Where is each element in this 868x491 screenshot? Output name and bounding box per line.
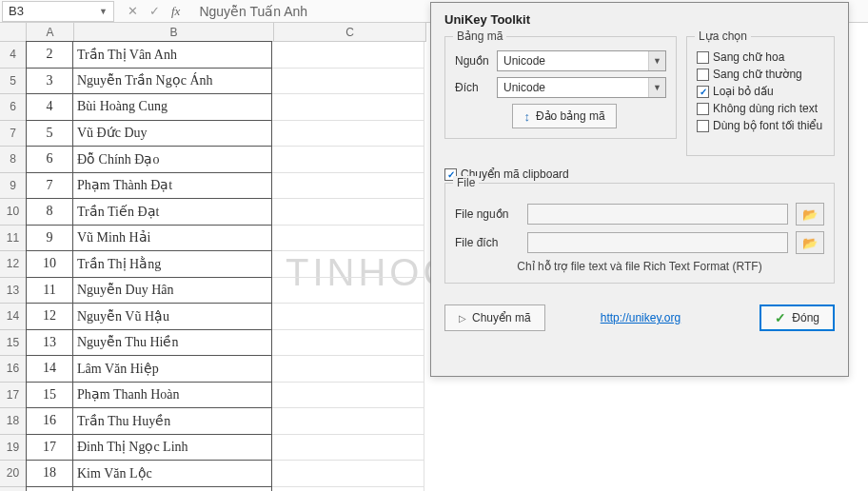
file-dest-browse[interactable]: 📂 (796, 231, 824, 254)
column-headers: A B C (27, 23, 426, 42)
row-header[interactable]: 15 (0, 330, 27, 357)
row-header[interactable]: 9 (0, 173, 27, 200)
cell[interactable] (272, 383, 424, 409)
cell[interactable]: Vũ Đức Duy (72, 120, 272, 147)
cell[interactable]: 12 (26, 303, 73, 330)
unikey-link[interactable]: http://unikey.org (601, 311, 681, 324)
cell[interactable]: 18 (26, 460, 73, 487)
cell[interactable] (272, 147, 424, 173)
cell[interactable]: Phạm Thế Lương (72, 486, 272, 492)
table-row: 11Nguyễn Duy Hân (27, 278, 424, 304)
cell[interactable]: 6 (26, 146, 73, 173)
cell[interactable] (272, 330, 424, 357)
remove-marks-checkbox[interactable] (697, 86, 709, 98)
cell[interactable]: Phạm Thanh Hoàn (72, 382, 272, 409)
cancel-icon[interactable]: ✕ (128, 4, 138, 19)
row-header[interactable]: 16 (0, 356, 27, 383)
cell[interactable]: Trần Thị Hằng (72, 250, 272, 278)
cell[interactable]: Trần Thu Huyền (72, 407, 272, 435)
no-richtext-checkbox[interactable] (697, 103, 709, 115)
cell[interactable]: 4 (26, 93, 73, 121)
cell[interactable]: 7 (26, 172, 73, 200)
cell[interactable] (272, 69, 424, 95)
row-header[interactable]: 10 (0, 199, 27, 226)
cell[interactable] (272, 356, 424, 383)
dest-encoding-select[interactable]: Unicode ▼ (497, 77, 666, 98)
uppercase-checkbox[interactable] (697, 51, 709, 64)
cell[interactable] (272, 42, 424, 69)
cell[interactable]: Trần Tiến Đạt (72, 198, 272, 226)
close-button[interactable]: ✓ Đóng (760, 304, 835, 331)
cell[interactable] (272, 461, 424, 487)
file-source-browse[interactable]: 📂 (796, 203, 824, 226)
cell[interactable]: 11 (26, 277, 73, 304)
swap-encoding-button[interactable]: ↕ Đảo bảng mã (512, 104, 617, 128)
name-box[interactable]: B3 ▼ (2, 1, 114, 22)
cell[interactable] (272, 226, 424, 252)
swap-icon: ↕ (523, 109, 530, 124)
cell[interactable]: 3 (26, 68, 73, 95)
row-header[interactable]: 6 (0, 94, 27, 121)
cell[interactable]: 5 (26, 120, 73, 147)
formula-content[interactable]: Nguyễn Tuấn Anh (193, 4, 307, 19)
cell[interactable]: 16 (26, 407, 73, 435)
row-header[interactable]: 11 (0, 226, 27, 252)
cell[interactable]: Nguyễn Vũ Hậu (72, 303, 272, 330)
row-header[interactable]: 18 (0, 408, 27, 435)
cell[interactable]: 14 (26, 355, 73, 383)
row-header[interactable]: 21 (0, 487, 27, 492)
lowercase-checkbox[interactable] (697, 69, 709, 81)
cell[interactable]: Nguyễn Thu Hiền (72, 329, 272, 357)
cell[interactable] (272, 121, 424, 147)
row-header[interactable]: 8 (0, 147, 27, 173)
dest-label: Đích (455, 81, 497, 94)
row-header[interactable]: 13 (0, 278, 27, 304)
row-header[interactable]: 19 (0, 435, 27, 462)
minfont-checkbox[interactable] (697, 120, 709, 132)
cell[interactable]: Kim Văn Lộc (72, 460, 272, 487)
cell[interactable]: Đỗ Chính Đạo (72, 146, 272, 173)
cell[interactable]: 10 (26, 250, 73, 278)
row-header[interactable]: 20 (0, 461, 27, 487)
cell[interactable]: 19 (26, 486, 73, 492)
cell[interactable] (272, 487, 424, 492)
cell[interactable]: Bùi Hoàng Cung (72, 93, 272, 121)
cell[interactable]: Phạm Thành Đạt (72, 172, 272, 200)
cell[interactable]: Nguyễn Trần Ngọc Ánh (72, 68, 272, 95)
cell[interactable]: 17 (26, 434, 73, 462)
col-header-a[interactable]: A (27, 23, 74, 42)
row-header[interactable]: 17 (0, 383, 27, 409)
cell[interactable]: 15 (26, 382, 73, 409)
cell[interactable]: Lâm Văn Hiệp (72, 355, 272, 383)
cell[interactable]: 2 (26, 41, 73, 69)
cell[interactable] (272, 304, 424, 330)
cell[interactable] (272, 173, 424, 200)
cell[interactable] (272, 278, 424, 304)
cell[interactable] (272, 199, 424, 226)
select-all-corner[interactable] (0, 23, 27, 42)
cell[interactable]: Nguyễn Duy Hân (72, 277, 272, 304)
confirm-icon[interactable]: ✓ (149, 4, 160, 19)
convert-button[interactable]: ▷ Chuyển mã (444, 304, 545, 331)
row-header[interactable]: 7 (0, 121, 27, 147)
cell[interactable] (272, 251, 424, 278)
col-header-c[interactable]: C (274, 23, 426, 42)
cell[interactable] (272, 435, 424, 462)
fx-icon[interactable]: fx (171, 4, 180, 19)
cell[interactable]: 13 (26, 329, 73, 357)
file-dest-input[interactable] (527, 232, 788, 253)
col-header-b[interactable]: B (74, 23, 274, 42)
cell[interactable] (272, 94, 424, 121)
cell[interactable] (272, 408, 424, 435)
file-source-input[interactable] (527, 204, 788, 225)
cell[interactable]: Vũ Minh Hải (72, 225, 272, 252)
cell[interactable]: Đinh Thị Ngọc Linh (72, 434, 272, 462)
cell[interactable]: 8 (26, 198, 73, 226)
source-encoding-select[interactable]: Unicode ▼ (497, 50, 666, 71)
cell[interactable]: 9 (26, 225, 73, 252)
row-header[interactable]: 12 (0, 251, 27, 278)
row-header[interactable]: 14 (0, 304, 27, 330)
row-header[interactable]: 5 (0, 69, 27, 95)
cell[interactable]: Trần Thị Vân Anh (72, 41, 272, 69)
row-header[interactable]: 4 (0, 42, 27, 69)
